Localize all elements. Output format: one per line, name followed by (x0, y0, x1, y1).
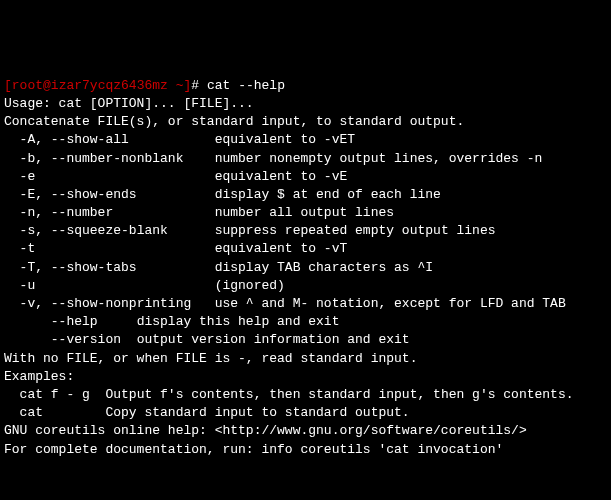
prompt-at: @ (43, 78, 51, 93)
output-line: -A, --show-all equivalent to -vET (4, 131, 607, 149)
prompt-tilde: ~ (176, 78, 184, 93)
output-line: Usage: cat [OPTION]... [FILE]... (4, 95, 607, 113)
prompt-space (168, 78, 176, 93)
output-line: -v, --show-nonprinting use ^ and M- nota… (4, 295, 607, 313)
prompt-open-bracket: [ (4, 78, 12, 93)
prompt-user: root (12, 78, 43, 93)
prompt-hash: # (191, 78, 199, 93)
output-line: --help display this help and exit (4, 313, 607, 331)
output-line: -s, --squeeze-blank suppress repeated em… (4, 222, 607, 240)
output-line: For complete documentation, run: info co… (4, 441, 607, 459)
output-line: -e equivalent to -vE (4, 168, 607, 186)
output-line: Examples: (4, 368, 607, 386)
output-line: --version output version information and… (4, 331, 607, 349)
command-text: cat --help (199, 78, 285, 93)
output-line: -t equivalent to -vT (4, 240, 607, 258)
output-line: GNU coreutils online help: <http://www.g… (4, 422, 607, 440)
output-line: -T, --show-tabs display TAB characters a… (4, 259, 607, 277)
prompt-line[interactable]: [root@izar7ycqz6436mz ~]# cat --help (4, 77, 607, 95)
prompt-host: izar7ycqz6436mz (51, 78, 168, 93)
output-line: Concatenate FILE(s), or standard input, … (4, 113, 607, 131)
output-line: -E, --show-ends display $ at end of each… (4, 186, 607, 204)
output-line: cat f - g Output f's contents, then stan… (4, 386, 607, 404)
output-line: -b, --number-nonblank number nonempty ou… (4, 150, 607, 168)
output-line: cat Copy standard input to standard outp… (4, 404, 607, 422)
output-line: -u (ignored) (4, 277, 607, 295)
output-line: With no FILE, or when FILE is -, read st… (4, 350, 607, 368)
output-line: -n, --number number all output lines (4, 204, 607, 222)
